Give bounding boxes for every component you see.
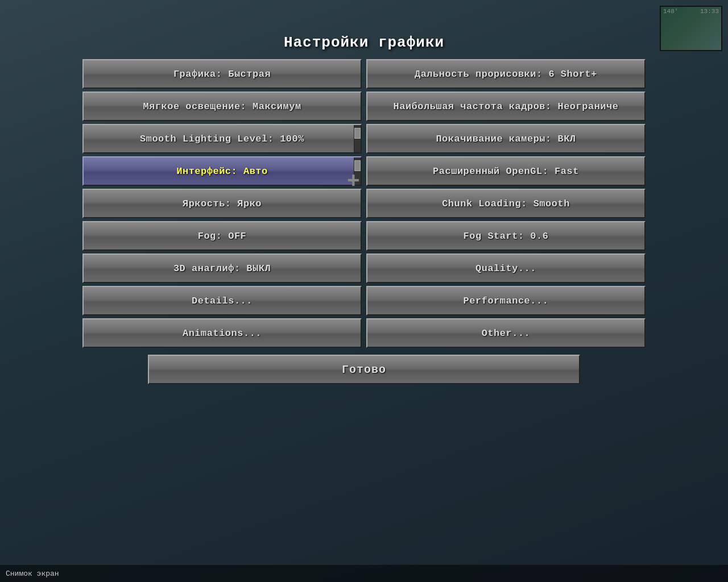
btn-animations[interactable]: Animations... [82, 318, 362, 348]
graphics-settings-dialog: Настройки графики Графика: Быстрая Дальн… [82, 34, 646, 384]
bottom-bar-text: Снимок экран [6, 569, 59, 578]
settings-grid: Графика: Быстрая Дальность прорисовки: 6… [82, 59, 646, 348]
btn-render-distance[interactable]: Дальность прорисовки: 6 Short+ [366, 59, 646, 89]
btn-other[interactable]: Other... [366, 318, 646, 348]
btn-chunk-loading[interactable]: Chunk Loading: Smooth [366, 189, 646, 218]
bottom-bar: Снимок экран [0, 565, 728, 582]
btn-interface[interactable]: Интерфейс: Авто [82, 156, 362, 186]
btn-fog-start[interactable]: Fog Start: 0.6 [366, 221, 646, 251]
dialog-title: Настройки графики [82, 34, 646, 51]
btn-graphics-preset[interactable]: Графика: Быстрая [82, 59, 362, 89]
btn-advanced-opengl[interactable]: Расширенный OpenGL: Fast [366, 156, 646, 186]
btn-details[interactable]: Details... [82, 286, 362, 315]
btn-performance[interactable]: Performance... [366, 286, 646, 315]
btn-smooth-lighting-level[interactable]: Smooth Lighting Level: 100% [82, 124, 362, 153]
btn-quality[interactable]: Quality... [366, 253, 646, 283]
btn-smooth-lighting[interactable]: Мягкое освещение: Максимум [82, 92, 362, 121]
btn-camera-bob[interactable]: Покачивание камеры: ВКЛ [366, 124, 646, 153]
btn-anaglyph-3d[interactable]: 3D анаглиф: ВЫКЛ [82, 253, 362, 283]
btn-brightness[interactable]: Яркость: Ярко [82, 189, 362, 218]
btn-max-framerate[interactable]: Наибольшая частота кадров: Неограниче [366, 92, 646, 121]
btn-done[interactable]: Готово [148, 355, 580, 384]
btn-fog[interactable]: Fog: OFF [82, 221, 362, 251]
